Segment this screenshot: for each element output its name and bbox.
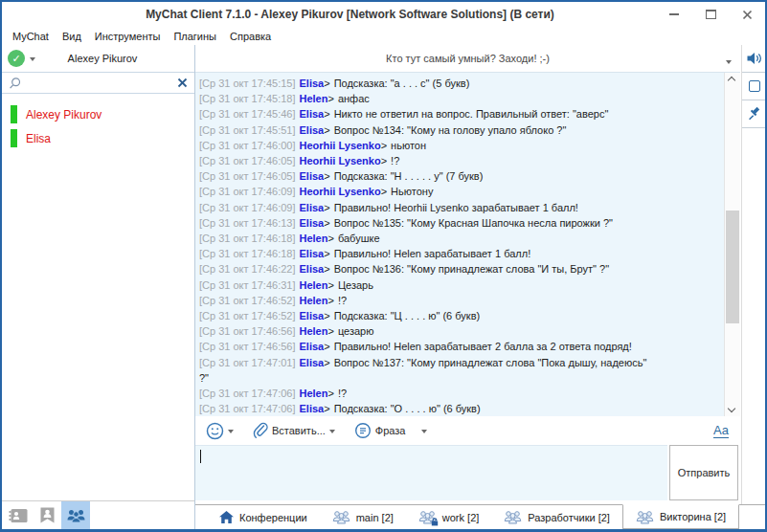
- group-icon: [332, 510, 350, 524]
- person-bookmark-icon: [40, 507, 55, 523]
- author-separator: >: [381, 155, 387, 166]
- chat-message: [Ср 31 окт 17:46:52]Elisa>Подсказка: "Ц …: [199, 308, 659, 323]
- message-author: Elisa: [300, 124, 325, 136]
- menu-view[interactable]: Вид: [56, 31, 88, 42]
- topic-dropdown-caret[interactable]: [726, 60, 732, 67]
- message-author: Helen: [300, 93, 328, 104]
- tab-main[interactable]: main [2]: [320, 505, 406, 529]
- send-button[interactable]: Отправить: [669, 445, 738, 500]
- message-timestamp: [Ср 31 окт 17:47:06]: [199, 388, 296, 399]
- menu-plugins[interactable]: Плагины: [167, 31, 223, 42]
- author-separator: >: [327, 93, 333, 104]
- emoji-button[interactable]: [203, 420, 237, 442]
- conference-topic: Кто тут самый умный? Заходи! ;-): [386, 53, 550, 64]
- author-separator: >: [324, 403, 329, 414]
- menu-mychat[interactable]: MyChat: [6, 31, 56, 42]
- message-timestamp: [Ср 31 окт 17:46:13]: [199, 217, 296, 229]
- phrase-button[interactable]: Фраза: [351, 420, 409, 441]
- chat-message: [Ср 31 окт 17:46:09]Heorhii Lysenko>Ньют…: [199, 184, 659, 199]
- font-settings-button[interactable]: Аа: [713, 424, 729, 438]
- scroll-down-icon[interactable]: [728, 405, 735, 412]
- message-text: Правильно! Helen зарабатывает 2 балла за…: [334, 341, 632, 352]
- chat-scrollbar[interactable]: [724, 73, 740, 416]
- message-author: Heorhii Lysenko: [300, 186, 381, 197]
- chat-log-wrap: [Ср 31 окт 17:45:15]Elisa>Подсказка: "а …: [195, 72, 740, 416]
- message-author: Elisa: [300, 202, 325, 213]
- minimize-icon: [669, 13, 679, 15]
- sound-toggle-button[interactable]: [742, 45, 766, 73]
- message-timestamp: [Ср 31 окт 17:45:51]: [199, 124, 296, 136]
- tab-developers[interactable]: Разработчики [2]: [491, 505, 622, 529]
- favorites-view-button[interactable]: [33, 501, 61, 529]
- message-text: Подсказка: "Н . . . . . у" (7 букв): [334, 170, 484, 182]
- message-text: Правильно! Helen зарабатывает 1 балл!: [334, 248, 531, 259]
- author-separator: >: [324, 357, 329, 368]
- sidebar-view-switcher: [2, 500, 194, 529]
- insert-dropdown-caret[interactable]: [329, 430, 335, 436]
- topic-selector[interactable]: Кто тут самый умный? Заходи! ;-): [195, 45, 740, 72]
- scroll-up-icon[interactable]: [728, 77, 735, 84]
- menu-help[interactable]: Справка: [223, 31, 278, 42]
- tab-work[interactable]: work [2]: [406, 505, 492, 529]
- message-author: Helen: [300, 388, 328, 399]
- insert-button[interactable]: Вставить...: [250, 420, 338, 441]
- clear-search-icon[interactable]: [177, 78, 188, 88]
- phrase-label: Фраза: [375, 425, 406, 436]
- close-button[interactable]: [740, 8, 754, 21]
- group-icon: [504, 510, 522, 524]
- select-icon: [749, 80, 760, 92]
- contact-search-input[interactable]: [26, 78, 173, 89]
- tab-label: work [2]: [442, 512, 480, 523]
- chat-main: Кто тут самый умный? Заходи! ;-) [Ср 31 …: [195, 45, 765, 529]
- pin-button[interactable]: [742, 100, 766, 128]
- author-separator: >: [327, 388, 333, 399]
- tab-viktorina[interactable]: Викторина [2]: [622, 504, 739, 529]
- message-timestamp: [Ср 31 окт 17:46:31]: [199, 279, 296, 291]
- select-mode-button[interactable]: [742, 73, 766, 100]
- author-separator: >: [327, 295, 333, 306]
- mychat-window: MyChat Client 7.1.0 - Alexey Pikurov [Ne…: [0, 0, 767, 532]
- tab-conferences[interactable]: Конференции: [207, 505, 320, 529]
- message-text: Подсказка: "Ц . . . . ю" (6 букв): [334, 310, 481, 321]
- contact-list: Alexey Pikurov Elisa: [2, 94, 194, 500]
- emoji-dropdown-caret[interactable]: [228, 430, 234, 436]
- status-online-icon[interactable]: ✓: [8, 50, 25, 67]
- contact-list-item[interactable]: Elisa: [2, 126, 194, 150]
- chat-message: [Ср 31 окт 17:45:18]Helen>анфас: [199, 91, 659, 106]
- chat-message: [Ср 31 окт 17:47:06]Elisa>Подсказка: "О …: [199, 401, 659, 416]
- conference-tabs: Конференции main [2]: [195, 504, 765, 529]
- chat-message: [Ср 31 окт 17:46:13]Elisa>Вопрос №135: "…: [199, 215, 659, 231]
- chat-message: [Ср 31 окт 17:46:18]Elisa>Правильно! Hel…: [199, 246, 659, 261]
- composer-row: Отправить: [195, 445, 738, 500]
- menu-tools[interactable]: Инструменты: [88, 31, 168, 42]
- message-timestamp: [Ср 31 окт 17:46:09]: [199, 186, 296, 197]
- author-separator: >: [324, 310, 329, 321]
- contact-search-row: [2, 72, 194, 94]
- phrase-dropdown-caret[interactable]: [421, 430, 427, 436]
- contact-name: Elisa: [26, 132, 51, 145]
- conferences-view-button[interactable]: [61, 501, 90, 529]
- message-text: цезарю: [338, 325, 374, 337]
- author-separator: >: [381, 140, 387, 151]
- maximize-button[interactable]: [704, 8, 717, 21]
- scrollbar-thumb[interactable]: [726, 211, 739, 323]
- current-user-name: Alexey Pikurov: [35, 53, 189, 64]
- contact-list-item[interactable]: Alexey Pikurov: [2, 102, 194, 126]
- insert-label: Вставить...: [272, 425, 326, 436]
- author-separator: >: [324, 341, 329, 352]
- chat-message: [Ср 31 окт 17:46:31]Helen>Цезарь: [199, 277, 659, 293]
- contact-card-icon: [9, 508, 28, 523]
- chat-message: [Ср 31 окт 17:45:15]Elisa>Подсказка: "а …: [199, 76, 659, 91]
- message-text: Подсказка: "а . . . с" (5 букв): [334, 78, 470, 89]
- message-timestamp: [Ср 31 окт 17:45:46]: [199, 108, 296, 120]
- message-text: Вопрос №135: "Кому Красная Шапочка несла…: [334, 217, 613, 229]
- author-separator: >: [327, 279, 333, 291]
- message-author: Elisa: [300, 248, 325, 259]
- chat-message: [Ср 31 окт 17:46:56]Elisa>Правильно! Hel…: [199, 339, 659, 354]
- message-input[interactable]: [195, 445, 667, 500]
- contacts-view-button[interactable]: [4, 501, 33, 529]
- message-timestamp: [Ср 31 окт 17:46:56]: [199, 341, 296, 352]
- message-author: Elisa: [300, 310, 325, 321]
- minimize-button[interactable]: [667, 8, 681, 21]
- message-author: Elisa: [300, 357, 325, 368]
